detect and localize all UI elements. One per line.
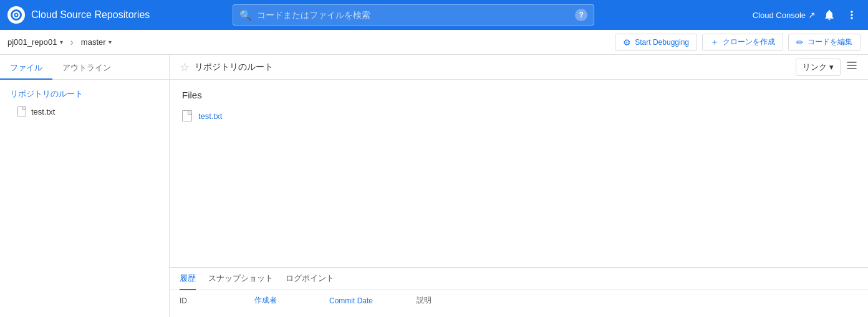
link-dropdown-button[interactable]: リンク ▾	[796, 59, 841, 76]
star-icon[interactable]: ☆	[180, 60, 190, 74]
debug-icon: ⚙	[623, 37, 631, 47]
table-header: ID 作成者 Commit Date 説明	[170, 290, 868, 311]
files-section: Files test.txt	[170, 80, 868, 267]
file-icon-small	[17, 106, 26, 116]
branch-name[interactable]: master	[81, 37, 106, 47]
sidebar-tabs: ファイル アウトライン	[0, 55, 169, 80]
clone-icon: ＋	[710, 37, 719, 48]
help-icon[interactable]: ?	[575, 9, 587, 21]
repo-name[interactable]: pj001_repo01	[7, 37, 57, 47]
edit-icon: ✏	[796, 37, 804, 47]
sidebar-file-name: test.txt	[31, 107, 55, 116]
tab-files[interactable]: ファイル	[0, 62, 52, 80]
col-desc-header: 説明	[417, 295, 858, 306]
sidebar-file-item[interactable]: test.txt	[0, 103, 169, 120]
repo-dropdown-arrow[interactable]: ▾	[60, 39, 63, 45]
app-header: Cloud Source Repositories 🔍 ? Cloud Cons…	[0, 0, 868, 30]
sidebar-content: リポジトリのルート test.txt	[0, 80, 169, 317]
content-path-text: リポジトリのルート	[195, 62, 273, 73]
search-icon: 🔍	[239, 9, 252, 21]
start-debugging-button[interactable]: ⚙ Start Debugging	[615, 34, 697, 51]
external-link-icon: ↗	[808, 10, 816, 20]
search-input[interactable]	[257, 10, 570, 20]
content-main: ☆ リポジトリのルート リンク ▾ Files	[170, 55, 868, 267]
content-header-right: リンク ▾	[796, 59, 858, 76]
link-dropdown-arrow-icon: ▾	[829, 62, 834, 72]
files-title: Files	[182, 90, 856, 100]
clone-button[interactable]: ＋ クローンを作成	[702, 34, 783, 51]
notification-button[interactable]	[821, 6, 838, 24]
file-row[interactable]: test.txt	[182, 108, 856, 124]
tab-logpoint[interactable]: ログポイント	[286, 273, 334, 290]
content-area: ☆ リポジトリのルート リンク ▾ Files	[170, 55, 868, 317]
file-link[interactable]: test.txt	[198, 111, 222, 121]
bottom-panel: 履歴 スナップショット ログポイント ID 作成者 Commit Date 説明	[170, 267, 868, 317]
cloud-console-button[interactable]: Cloud Console ↗	[753, 10, 816, 20]
breadcrumb-separator: ›	[70, 37, 74, 48]
edit-code-button[interactable]: ✏ コードを編集	[788, 34, 861, 51]
file-icon	[182, 110, 192, 121]
sidebar-item-root[interactable]: リポジトリのルート	[0, 85, 169, 103]
toolbar: pj001_repo01 ▾ › master ▾ ⚙ Start Debugg…	[0, 30, 868, 55]
branch-dropdown-arrow[interactable]: ▾	[109, 39, 112, 45]
tab-history[interactable]: 履歴	[180, 273, 196, 290]
breadcrumb: pj001_repo01 ▾	[7, 37, 63, 47]
col-id-header: ID	[180, 296, 254, 305]
search-bar[interactable]: 🔍 ?	[233, 4, 594, 26]
tab-outline[interactable]: アウトライン	[52, 62, 121, 80]
content-breadcrumb: ☆ リポジトリのルート	[180, 60, 273, 74]
app-title: Cloud Source Repositories	[31, 9, 150, 21]
sidebar: ファイル アウトライン リポジトリのルート test.txt	[0, 55, 170, 317]
panel-toggle-icon[interactable]	[846, 59, 858, 75]
toolbar-right: ⚙ Start Debugging ＋ クローンを作成 ✏ コードを編集	[615, 34, 861, 51]
tab-snapshot[interactable]: スナップショット	[208, 273, 273, 290]
col-date-header: Commit Date	[329, 296, 417, 305]
main-layout: ファイル アウトライン リポジトリのルート test.txt ☆ リポジトリのル…	[0, 55, 868, 317]
content-header: ☆ リポジトリのルート リンク ▾	[170, 55, 868, 80]
bottom-tabs: 履歴 スナップショット ログポイント	[170, 268, 868, 290]
col-author-header: 作成者	[254, 295, 329, 306]
branch-breadcrumb: master ▾	[81, 37, 112, 47]
header-right: Cloud Console ↗	[753, 6, 861, 24]
logo-icon	[7, 6, 25, 24]
more-menu-button[interactable]	[843, 6, 861, 24]
svg-point-3	[16, 14, 17, 16]
app-logo: Cloud Source Repositories	[7, 6, 150, 24]
